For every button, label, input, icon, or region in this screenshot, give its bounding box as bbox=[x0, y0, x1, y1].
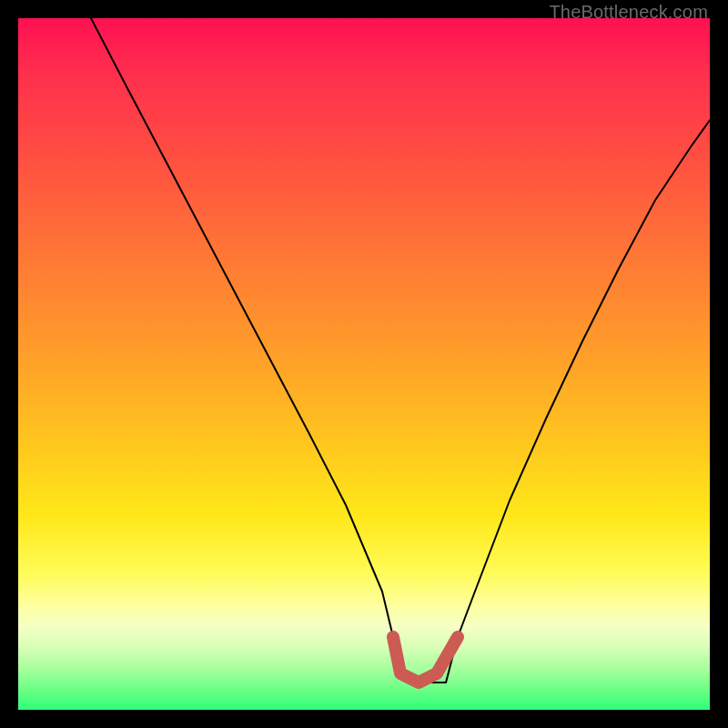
curve-overlay bbox=[18, 18, 710, 710]
plot-area bbox=[18, 18, 710, 710]
bottleneck-curve bbox=[91, 18, 710, 682]
chart-frame: TheBottleneck.com bbox=[0, 0, 728, 728]
attribution-label: TheBottleneck.com bbox=[549, 2, 708, 23]
